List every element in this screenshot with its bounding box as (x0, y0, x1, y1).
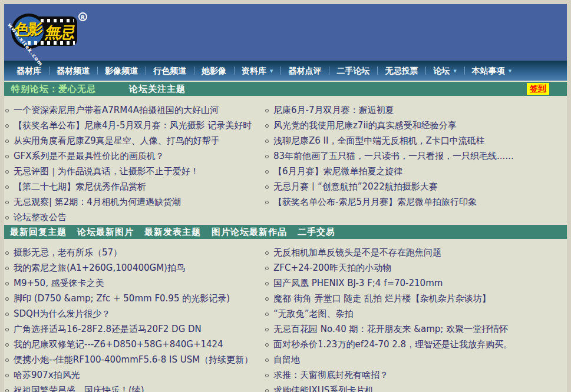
topic-link[interactable]: M9+50, 感受徕卡之美 (4, 275, 262, 291)
topic-link[interactable]: 祝祖国繁荣昌盛，国庆快乐！(续) (4, 383, 262, 392)
topic-link[interactable]: 无忌月赛丨“创意航拍”2022航拍摄影大赛 (264, 179, 567, 194)
latest-tabs-bar: 最新回复主题论坛最新图片最新发表主题图片论坛最新作品二手交易 (4, 225, 567, 239)
topic-link[interactable]: 无反相机加单反镜头是不是不存在跑焦问题 (264, 245, 567, 260)
focus-topics-right-column: 尼康6月-7月双月赛：邂逅初夏风光党的我使用尼康z7ii的真实感受和经验分享浅聊… (262, 102, 567, 225)
latest-tab[interactable]: 最新回复主题 (10, 227, 67, 238)
topic-link[interactable]: ZFC+24-200昨天拍的小动物 (264, 260, 567, 275)
topic-link[interactable]: 【6月月赛】索尼微单拍夏之旋律 (264, 164, 567, 179)
sign-in-button[interactable]: 签到 (527, 83, 549, 95)
latest-tab[interactable]: 论坛最新图片 (77, 227, 134, 238)
topic-link[interactable]: GFX系列是不是最具性价比的画质机？ (4, 148, 262, 164)
topic-list: 尼康6月-7月双月赛：邂逅初夏风光党的我使用尼康z7ii的真实感受和经验分享浅聊… (264, 102, 567, 210)
topic-link[interactable]: 我的索尼之旅(A1+260G,100400GM)拍鸟 (4, 260, 262, 275)
nav-item[interactable]: 本站事项▼ (464, 61, 519, 81)
special-forum-bar: 特别论坛：爱心无忌 论坛关注主题 签到 (4, 82, 567, 96)
chevron-down-icon: ▼ (509, 69, 511, 74)
topic-link[interactable]: 无忌评图｜为作品说真话，让摄影不止于爱好！ (4, 164, 262, 179)
nav-item-label: 她影像 (202, 66, 226, 75)
topic-link[interactable]: 广角选择适马16-28F2.8还是适马20F2 DG DN (4, 321, 262, 337)
nav-item-label: 论坛 (433, 66, 450, 75)
focus-topics-heading: 论坛关注主题 (129, 84, 186, 95)
nav-item[interactable]: 行色频道▼ (146, 61, 194, 81)
nav-item-label: 本站事项 (472, 66, 505, 75)
topic-link[interactable]: 无忌观察| 第2期：4月相机为何遭遇缺货潮 (4, 194, 262, 210)
focus-topics-section: 一个资深索尼用户带着A7RM4A拍摄祖国的大好山河【获奖名单公布】尼康4月-5月… (4, 96, 567, 225)
chevron-down-icon: ▼ (270, 69, 273, 74)
topic-link[interactable]: SDQH为什么发片很少？ (4, 306, 262, 321)
topic-link[interactable]: 【获奖名单公布-索尼5月月赛】索尼微单拍旅行印象 (264, 194, 567, 210)
nav-item-label: 器材频道 (57, 66, 90, 75)
topic-link[interactable]: 求推：天窗彻底封死有啥招？ (264, 367, 567, 383)
topic-link[interactable]: 哈苏907x拍风光 (4, 367, 262, 383)
topic-link[interactable]: 83年前他画了五只猫，一只读书，一只看报，一只织毛线...... (264, 148, 567, 164)
page: 色影 無忌 www.xitek.com R 器材库▼ 器材频道▼ 影像频道▼ 行… (4, 4, 567, 392)
latest-tab[interactable]: 最新发表主题 (144, 227, 201, 238)
nav-item[interactable]: 影像频道▼ (97, 61, 146, 81)
logo-film-holes-bottom (28, 41, 75, 45)
site-logo[interactable]: 色影 無忌 www.xitek.com R (10, 11, 93, 54)
topic-link[interactable]: 【获奖名单公布】尼康4月-5月双月赛：风光摄影 记录美好时 (4, 118, 262, 133)
topic-link[interactable]: 一个资深索尼用户带着A7RM4A拍摄祖国的大好山河 (4, 102, 262, 118)
topic-link[interactable]: 浅聊尼康Z6 II，全面型中端无反相机，Z卡口中流砥柱 (264, 133, 567, 148)
topic-link[interactable]: 无忌百花园 No.40 期：花开朋友来 &amp; 欢聚一堂抒情怀 (264, 321, 567, 337)
nav-item-label: 无忌投票 (385, 66, 418, 75)
nav-item[interactable]: 二手论坛▼ (329, 61, 377, 81)
nav-item-label: 器材库 (16, 66, 41, 75)
latest-topics-section: 摄影无忌，老有所乐（57）我的索尼之旅(A1+260G,100400GM)拍鸟M… (4, 239, 567, 392)
nav-item-label: 二手论坛 (336, 66, 369, 75)
latest-tab[interactable]: 二手交易 (298, 227, 335, 238)
topic-link[interactable]: 求购佳能IXUS系列卡片机 (264, 383, 567, 392)
main-nav-list: 器材库▼ 器材频道▼ 影像频道▼ 行色频道▼ 她影像▼ 资料库▼ 器材点评▼ 二… (9, 61, 519, 81)
topic-link[interactable]: 面对秒杀价1.23万的ef24-70 2.8，理智还是让我放弃购买。 (264, 337, 567, 352)
nav-item[interactable]: 论坛▼ (425, 61, 464, 81)
nav-item-label: 影像频道 (105, 66, 138, 75)
topic-link[interactable]: 风光党的我使用尼康z7ii的真实感受和经验分享 (264, 118, 567, 133)
topic-link[interactable]: 论坛整改公告 (4, 210, 262, 225)
registered-trademark-icon: R (78, 12, 87, 21)
nav-item-label: 行色频道 (153, 66, 186, 75)
nav-item[interactable]: 资料库▼ (234, 61, 280, 81)
latest-topics-right-column: 无反相机加单反镜头是不是不存在跑焦问题ZFC+24-200昨天拍的小动物国产凤凰… (262, 245, 567, 392)
nav-item[interactable]: 她影像▼ (194, 61, 234, 81)
topic-link[interactable]: 脚印 (D750 &amp; Zfc + 50mm F0.95 的光影记录) (4, 291, 262, 306)
topic-link[interactable]: 国产凤凰 PHENIX BJ-3 F;4 f=70-210mm (264, 275, 567, 291)
chevron-down-icon: ▼ (453, 69, 456, 74)
focus-topics-left-column: 一个资深索尼用户带着A7RM4A拍摄祖国的大好山河【获奖名单公布】尼康4月-5月… (4, 102, 262, 225)
topic-link[interactable]: 便携小炮--佳能RF100-400mmF5.6-8 IS USM（持续更新） (4, 352, 262, 367)
topic-link[interactable]: 自留地 (264, 352, 567, 367)
topic-link[interactable]: 尼康6月-7月双月赛：邂逅初夏 (264, 102, 567, 118)
nav-item[interactable]: 无忌投票▼ (377, 61, 425, 81)
site-header: 色影 無忌 www.xitek.com R (4, 4, 567, 61)
topic-link[interactable]: 我的尼康双修笔记---Z6+D850+58G+840G+1424 (4, 337, 262, 352)
latest-topics-left-column: 摄影无忌，老有所乐（57）我的索尼之旅(A1+260G,100400GM)拍鸟M… (4, 245, 262, 392)
nav-item[interactable]: 器材点评▼ (280, 61, 329, 81)
topic-list: 摄影无忌，老有所乐（57）我的索尼之旅(A1+260G,100400GM)拍鸟M… (4, 245, 262, 392)
nav-item-label: 资料库 (242, 66, 266, 75)
topic-list: 一个资深索尼用户带着A7RM4A拍摄祖国的大好山河【获奖名单公布】尼康4月-5月… (4, 102, 262, 225)
logo-brand-right: 無忌 (44, 22, 74, 43)
nav-item[interactable]: 器材频道▼ (49, 61, 97, 81)
topic-link[interactable]: 【第二十七期】索尼优秀作品赏析 (4, 179, 262, 194)
topic-link[interactable]: “无敌兔”老图、杂拍 (264, 306, 567, 321)
nav-item[interactable]: 器材库▼ (9, 61, 49, 81)
topic-link[interactable]: 从实用角度看尼康Z9真是星空、人像、打鸟的好帮手 (4, 133, 262, 148)
topic-list: 无反相机加单反镜头是不是不存在跑焦问题ZFC+24-200昨天拍的小动物国产凤凰… (264, 245, 567, 392)
nav-item-label: 器材点评 (288, 66, 321, 75)
main-nav: 器材库▼ 器材频道▼ 影像频道▼ 行色频道▼ 她影像▼ 资料库▼ 器材点评▼ 二… (4, 61, 567, 81)
latest-tab[interactable]: 图片论坛最新作品 (212, 227, 287, 238)
special-forum-link[interactable]: 特别论坛：爱心无忌 (11, 84, 96, 95)
topic-link[interactable]: 魔都 街角 弄堂口 随走 乱拍 烂片楼【杂机杂片杂谈坊】 (264, 291, 567, 306)
topic-link[interactable]: 摄影无忌，老有所乐（57） (4, 245, 262, 260)
